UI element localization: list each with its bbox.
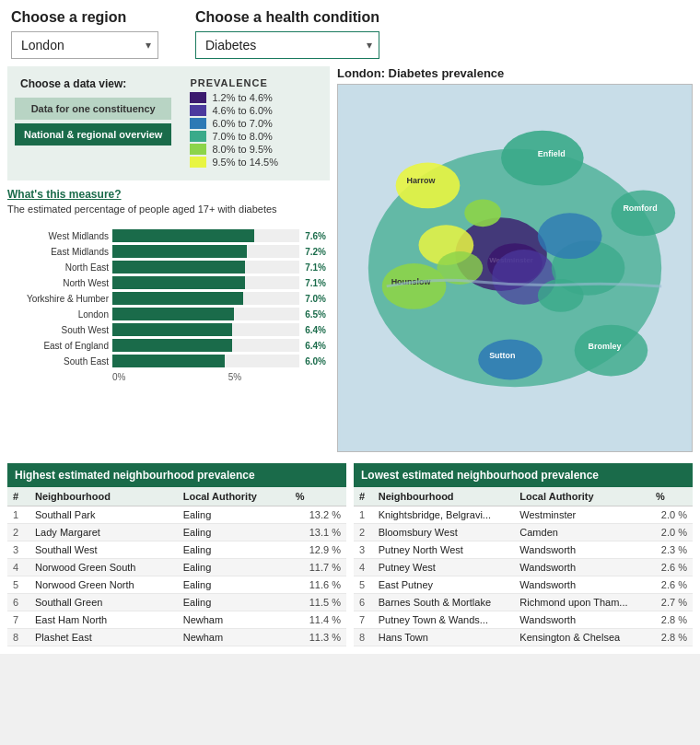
authority-cell: Newham bbox=[178, 629, 290, 646]
table-row: 1 Southall Park Ealing 13.2 % bbox=[7, 506, 346, 524]
map-title: London: Diabetes prevalence bbox=[337, 66, 693, 80]
table-row: 6 Southall Green Ealing 11.5 % bbox=[7, 594, 346, 611]
bar-value: 6.5% bbox=[305, 309, 326, 320]
bar-label: North West bbox=[7, 278, 109, 288]
lowest-col-rank: # bbox=[354, 487, 373, 506]
table-row: 4 Norwood Green South Ealing 11.7 % bbox=[7, 559, 346, 576]
pct-cell: 2.8 % bbox=[650, 611, 693, 629]
legend-item: 9.5% to 14.5% bbox=[190, 157, 278, 168]
bar-fill bbox=[112, 261, 245, 274]
table-row: 6 Barnes South & Mortlake Richmond upon … bbox=[354, 594, 693, 611]
data-view-label: Choose a data view: bbox=[15, 74, 171, 94]
bar-fill bbox=[112, 339, 232, 352]
bar-container bbox=[112, 292, 299, 305]
table-row: 4 Putney West Wandsworth 2.6 % bbox=[354, 559, 693, 576]
pct-cell: 2.0 % bbox=[650, 506, 693, 524]
pct-cell: 13.1 % bbox=[290, 524, 346, 541]
lowest-col-authority: Local Authority bbox=[514, 487, 650, 506]
bar-label: South West bbox=[7, 325, 109, 335]
highest-col-authority: Local Authority bbox=[178, 487, 290, 506]
legend-item: 6.0% to 7.0% bbox=[190, 118, 278, 129]
neighbourhood-cell: Putney North West bbox=[373, 541, 515, 559]
lowest-table-header: Lowest estimated neighbourhood prevalenc… bbox=[354, 463, 693, 487]
national-button[interactable]: National & regional overview bbox=[15, 123, 171, 146]
rank-cell: 1 bbox=[7, 506, 29, 524]
legend-color-swatch bbox=[190, 157, 206, 168]
region-label: Choose a region bbox=[11, 9, 158, 26]
legend-title: PREVALENCE bbox=[190, 77, 278, 88]
condition-label: Choose a health condition bbox=[195, 9, 379, 26]
legend-items: 1.2% to 4.6% 4.6% to 6.0% 6.0% to 7.0% 7… bbox=[190, 92, 278, 168]
pct-cell: 11.5 % bbox=[290, 594, 346, 611]
bar-axis: 0%5% bbox=[112, 370, 326, 382]
neighbourhood-cell: Southall Park bbox=[29, 506, 178, 524]
constituency-button[interactable]: Data for one constituency bbox=[15, 98, 171, 120]
bar-container bbox=[112, 229, 299, 242]
bar-value: 6.4% bbox=[305, 325, 326, 335]
bar-fill bbox=[112, 323, 232, 336]
authority-cell: Westminster bbox=[514, 506, 650, 524]
bar-value: 7.0% bbox=[305, 294, 326, 304]
measure-link[interactable]: What's this measure? bbox=[7, 188, 330, 201]
svg-text:Sutton: Sutton bbox=[489, 351, 515, 360]
condition-select[interactable]: Diabetes bbox=[195, 31, 379, 59]
authority-cell: Ealing bbox=[178, 559, 290, 576]
neighbourhood-cell: Norwood Green South bbox=[29, 559, 178, 576]
condition-select-wrapper[interactable]: Diabetes ▾ bbox=[195, 31, 379, 59]
bar-container bbox=[112, 339, 299, 352]
bar-row: East Midlands 7.2% bbox=[7, 245, 326, 258]
bottom-tables: Highest estimated neighbourhood prevalen… bbox=[0, 463, 700, 654]
rank-cell: 1 bbox=[354, 506, 373, 524]
table-row: 3 Southall West Ealing 12.9 % bbox=[7, 541, 346, 559]
legend-item-label: 7.0% to 8.0% bbox=[212, 131, 272, 142]
region-select-wrapper[interactable]: London ▾ bbox=[11, 31, 158, 59]
lowest-prevalence-table: Lowest estimated neighbourhood prevalenc… bbox=[354, 463, 693, 646]
rank-cell: 8 bbox=[7, 629, 29, 646]
legend-color-swatch bbox=[190, 144, 206, 155]
bar-container bbox=[112, 308, 299, 320]
table-row: 7 East Ham North Newham 11.4 % bbox=[7, 611, 346, 629]
table-row: 8 Hans Town Kensington & Chelsea 2.8 % bbox=[354, 629, 693, 646]
highest-col-rank: # bbox=[7, 487, 29, 506]
bar-container bbox=[112, 355, 299, 367]
authority-cell: Camden bbox=[514, 524, 650, 541]
neighbourhood-cell: Putney Town & Wands... bbox=[373, 611, 515, 629]
lowest-data-table: # Neighbourhood Local Authority % 1 Knig… bbox=[354, 487, 693, 646]
table-row: 2 Lady Margaret Ealing 13.1 % bbox=[7, 524, 346, 541]
pct-cell: 2.0 % bbox=[650, 524, 693, 541]
bar-row: West Midlands 7.6% bbox=[7, 229, 326, 242]
authority-cell: Ealing bbox=[178, 506, 290, 524]
right-panel: London: Diabetes prevalence Enfield bbox=[330, 66, 693, 452]
bar-fill bbox=[112, 229, 254, 242]
authority-cell: Wandsworth bbox=[514, 576, 650, 594]
rank-cell: 8 bbox=[354, 629, 373, 646]
table-row: 7 Putney Town & Wands... Wandsworth 2.8 … bbox=[354, 611, 693, 629]
authority-cell: Ealing bbox=[178, 524, 290, 541]
neighbourhood-cell: East Ham North bbox=[29, 611, 178, 629]
lowest-col-neighbourhood: Neighbourhood bbox=[373, 487, 515, 506]
bar-container bbox=[112, 276, 299, 289]
bar-row: South West 6.4% bbox=[7, 323, 326, 336]
region-select[interactable]: London bbox=[11, 31, 158, 59]
pct-cell: 2.7 % bbox=[650, 594, 693, 611]
neighbourhood-cell: East Putney bbox=[373, 576, 515, 594]
bar-label: East Midlands bbox=[7, 247, 109, 257]
legend-color-swatch bbox=[190, 105, 206, 116]
bar-value: 7.2% bbox=[305, 247, 326, 257]
bar-label: West Midlands bbox=[7, 231, 109, 241]
table-row: 5 Norwood Green North Ealing 11.6 % bbox=[7, 576, 346, 594]
neighbourhood-cell: Plashet East bbox=[29, 629, 178, 646]
legend-section: PREVALENCE 1.2% to 4.6% 4.6% to 6.0% 6.0… bbox=[182, 74, 278, 173]
axis-start: 0% bbox=[112, 372, 125, 382]
svg-text:Enfield: Enfield bbox=[538, 149, 566, 158]
bar-label: North East bbox=[7, 262, 109, 273]
bar-row: South East 6.0% bbox=[7, 355, 326, 367]
authority-cell: Kensington & Chelsea bbox=[514, 629, 650, 646]
highest-col-pct: % bbox=[290, 487, 346, 506]
bar-value: 6.4% bbox=[305, 341, 326, 351]
legend-item-label: 9.5% to 14.5% bbox=[212, 157, 278, 168]
rank-cell: 5 bbox=[354, 576, 373, 594]
legend-item-label: 4.6% to 6.0% bbox=[212, 105, 272, 116]
legend-item: 7.0% to 8.0% bbox=[190, 131, 278, 142]
condition-control: Choose a health condition Diabetes ▾ bbox=[195, 9, 379, 59]
